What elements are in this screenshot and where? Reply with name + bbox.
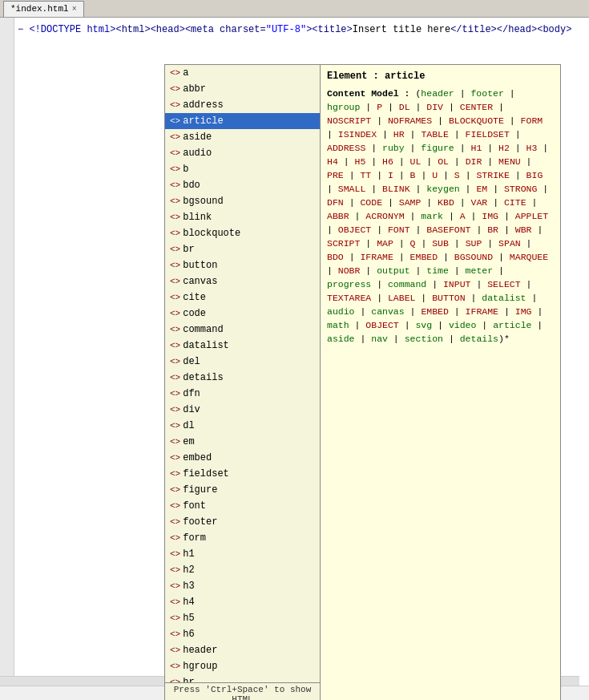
tag-icon: <> [170,370,180,385]
separator: | [349,252,355,262]
tag-icon: <> [170,483,180,497]
tag-icon: <> [170,643,180,658]
separator: | [421,170,426,180]
separator: | [515,129,521,140]
autocomplete-item-del[interactable]: <> del [165,354,320,370]
cm-element-upper: MARQUEE [510,252,548,262]
separator: | [410,306,416,317]
separator: | [466,184,471,194]
autocomplete-item-h6[interactable]: <> h6 [165,626,320,642]
autocomplete-item-figure[interactable]: <> figure [165,482,320,498]
autocomplete-item-audio[interactable]: <> audio [165,145,320,161]
separator: | [327,225,333,235]
cm-element-upper: TABLE [421,129,449,140]
tag-icon: <> [170,403,180,417]
separator: | [476,279,482,289]
autocomplete-item-button[interactable]: <> button [165,257,320,273]
autocomplete-item-font[interactable]: <> font [165,498,320,514]
autocomplete-item-dfn[interactable]: <> dfn [165,386,320,402]
tag-icon: <> [170,162,180,176]
line-numbers [0,18,14,700]
separator: | [410,129,416,140]
cm-element-lower: nav [371,334,388,344]
cm-element-upper: BIG [526,170,543,180]
cm-element-upper: DIR [466,156,482,167]
autocomplete-footer-text: Press 'Ctrl+Space' to show HTML [174,685,312,700]
autocomplete-item-a[interactable]: <> a [165,65,320,81]
autocomplete-item-h5[interactable]: <> h5 [165,610,320,626]
autocomplete-item-abbr[interactable]: <> abbr [165,81,320,97]
autocomplete-item-hr[interactable]: <> hr [165,674,320,682]
title-bar: *index.html × [0,0,589,18]
autocomplete-item-b[interactable]: <> b [165,161,320,177]
autocomplete-item-command[interactable]: <> command [165,322,320,338]
autocomplete-item-dl[interactable]: <> dl [165,418,320,434]
autocomplete-item-bdo[interactable]: <> bdo [165,177,320,193]
cm-element-upper: STRIKE [476,170,509,180]
autocomplete-item-canvas[interactable]: <> canvas [165,273,320,289]
autocomplete-item-blink[interactable]: <> blink [165,209,320,225]
autocomplete-item-details[interactable]: <> details [165,370,320,386]
tag-icon: <> [170,82,180,96]
separator: | [471,293,477,303]
content-model-label: Content Model : [327,88,415,99]
title-text: Insert title here [353,24,450,35]
autocomplete-item-address[interactable]: <> address [165,97,320,113]
separator: | [454,129,460,140]
separator: | [421,293,426,303]
autocomplete-item-datalist[interactable]: <> datalist [165,338,320,354]
autocomplete-item-footer[interactable]: <> footer [165,514,320,530]
cm-element-mixed: U [432,170,438,180]
code-line: − <!DOCTYPE html><html><head><meta chars… [0,21,589,38]
cm-element-upper: H1 [471,143,482,153]
separator: | [460,197,466,208]
cm-element-lower: progress [327,279,371,289]
separator: | [377,225,382,235]
autocomplete-item-aside[interactable]: <> aside [165,129,320,145]
separator: | [460,88,466,99]
autocomplete-item-h4[interactable]: <> h4 [165,594,320,610]
separator: | [432,279,438,289]
separator: | [454,238,460,249]
autocomplete-item-fieldset[interactable]: <> fieldset [165,466,320,482]
autocomplete-item-code[interactable]: <> code [165,305,320,322]
cm-element-upper: UL [410,156,422,167]
separator: | [498,102,504,112]
tab-close-button[interactable]: × [72,5,77,14]
cm-element-upper: ISINDEX [338,129,377,140]
separator: | [526,156,532,167]
tag-icon: <> [170,242,180,257]
cm-element-upper: CODE [360,197,382,208]
autocomplete-item-div[interactable]: <> div [165,402,320,418]
autocomplete-item-h3[interactable]: <> h3 [165,578,320,594]
cm-element-upper: CENTER [460,102,493,112]
cm-element-lower: section [405,334,443,344]
autocomplete-list-inner[interactable]: <> a<> abbr<> address<> article<> aside<… [165,65,320,682]
tag-icon: <> [170,386,180,401]
tag-icon: <> [170,499,180,513]
separator: | [487,238,493,249]
autocomplete-item-bgsound[interactable]: <> bgsound [165,193,320,209]
autocomplete-item-hgroup[interactable]: <> hgroup [165,658,320,674]
autocomplete-item-br[interactable]: <> br [165,241,320,257]
autocomplete-item-blockquote[interactable]: <> blockquote [165,225,320,241]
autocomplete-item-form[interactable]: <> form [165,530,320,546]
cm-element-upper: KBD [438,197,454,208]
separator: | [426,197,432,208]
autocomplete-item-article[interactable]: <> article [165,113,320,129]
autocomplete-item-embed[interactable]: <> embed [165,450,320,466]
cm-element-upper: H4 [327,156,338,167]
separator: | [327,184,333,194]
cm-element-lower: header [421,88,454,99]
tag-icon: <> [170,306,180,321]
separator: | [355,320,361,330]
autocomplete-item-cite[interactable]: <> cite [165,289,320,305]
separator: | [537,306,543,317]
autocomplete-item-h1[interactable]: <> h1 [165,546,320,562]
separator: | [515,170,521,180]
cm-element-lower: ruby [382,143,405,153]
editor-tab[interactable]: *index.html × [3,1,84,17]
autocomplete-item-em[interactable]: <> em [165,434,320,450]
autocomplete-item-h2[interactable]: <> h2 [165,562,320,578]
autocomplete-item-header[interactable]: <> header [165,642,320,658]
